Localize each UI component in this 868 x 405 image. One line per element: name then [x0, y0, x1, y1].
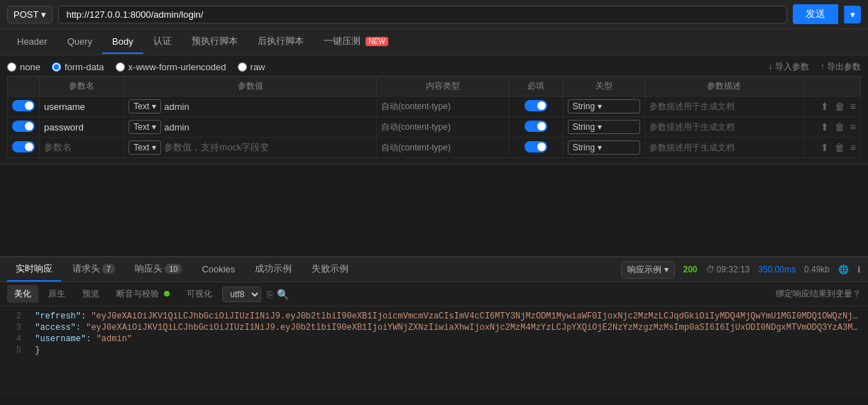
- code-tab-assert[interactable]: 断音与校验: [109, 285, 177, 303]
- code-tab-visualize[interactable]: 可视化: [180, 285, 219, 303]
- tab-fail-example[interactable]: 失败示例: [303, 257, 357, 282]
- content-type-3: 自动(content-type): [381, 143, 451, 152]
- radio-form-data[interactable]: form-data: [52, 62, 104, 72]
- json-content: 2 "refresh": "eyJ0eXAiOiJKV1QiLCJhbGciOi…: [0, 306, 868, 399]
- json-line-4: 4 "username": "admin": [7, 333, 861, 345]
- tab-request-headers[interactable]: 请求头7: [64, 257, 123, 282]
- drag-icon-3[interactable]: ≡: [850, 142, 856, 153]
- send-button[interactable]: 发送: [793, 4, 838, 24]
- desc-2: 参数描述用于生成文档: [649, 122, 735, 132]
- col-required: 必填: [509, 77, 563, 96]
- copy-icon-2[interactable]: ⬆: [820, 121, 829, 133]
- desc-3: 参数描述用于生成文档: [649, 143, 735, 152]
- delete-icon-2[interactable]: 🗑: [835, 121, 845, 133]
- tab-success-example[interactable]: 成功示例: [246, 257, 300, 282]
- param-value-2: admin: [164, 122, 189, 133]
- param-value-3: 参数值，支持mock字段变: [164, 141, 269, 154]
- tab-response-headers[interactable]: 响应头10: [126, 257, 190, 282]
- required-toggle-1[interactable]: [524, 100, 547, 111]
- send-dropdown-button[interactable]: ▾: [844, 6, 861, 23]
- col-content-type: 内容类型: [376, 77, 509, 96]
- param-type-badge-3[interactable]: Text ▾: [128, 140, 161, 155]
- tab-header[interactable]: Header: [7, 30, 57, 54]
- copy-icon-1[interactable]: ⬆: [820, 101, 829, 112]
- main-tabs: Header Query Body 认证 预执行脚本 后执行脚本 一键压测 NE…: [0, 29, 868, 55]
- drag-icon-2[interactable]: ≡: [850, 121, 856, 133]
- type-select-1[interactable]: String ▾: [568, 99, 640, 113]
- url-input[interactable]: [58, 6, 787, 23]
- tab-realtime[interactable]: 实时响应: [7, 257, 61, 282]
- encoding-select[interactable]: utf8: [222, 287, 261, 302]
- row-toggle-3[interactable]: [12, 141, 35, 152]
- bind-response-button[interactable]: 绑定响应结果到变量？: [776, 288, 861, 300]
- globe-icon[interactable]: 🌐: [838, 265, 849, 274]
- info-icon[interactable]: ℹ: [857, 265, 861, 274]
- drag-icon-1[interactable]: ≡: [850, 101, 856, 112]
- status-info: 响应示例 ▾ 200 ⏱ 09:32:13 350.00ms 0.49kb 🌐 …: [621, 261, 861, 279]
- row-toggle-1[interactable]: [12, 100, 35, 111]
- table-row: password Text ▾ admin 自动(content-type) S…: [8, 117, 861, 138]
- row-actions-3: ⬆ 🗑 ≡: [808, 142, 856, 153]
- tab-body[interactable]: Body: [102, 30, 143, 54]
- param-type-badge-1[interactable]: Text ▾: [128, 99, 161, 113]
- response-example-dropdown[interactable]: 响应示例 ▾: [621, 261, 675, 279]
- response-duration: 350.00ms: [758, 265, 796, 274]
- delete-icon-3[interactable]: 🗑: [835, 142, 845, 153]
- param-type-badge-2[interactable]: Text ▾: [128, 120, 161, 134]
- params-table: 参数名 参数值 内容类型 必填 关型 参数描述 username: [7, 76, 861, 158]
- tab-pre-script[interactable]: 预执行脚本: [182, 29, 248, 55]
- code-tab-raw[interactable]: 原生: [41, 285, 72, 303]
- content-type-2: 自动(content-type): [381, 122, 451, 132]
- col-param-name: 参数名: [40, 77, 124, 96]
- code-actions: ⎘ 🔍: [267, 289, 289, 300]
- bottom-panel: 实时响应 请求头7 响应头10 Cookies 成功示例 失败示例 响应示例 ▾…: [0, 256, 868, 405]
- param-value-1: admin: [164, 101, 189, 112]
- copy-icon-3[interactable]: ⬆: [820, 142, 829, 153]
- method-select[interactable]: POST ▾: [7, 6, 53, 23]
- response-headers-count: 10: [165, 264, 182, 274]
- type-select-3[interactable]: String ▾: [568, 140, 640, 155]
- json-line-3: 3 "access": "eyJ0eXAiOiJKV1QiLCJhbGciOiJ…: [7, 322, 861, 333]
- response-clock: ⏱ 09:32:13: [706, 265, 750, 274]
- import-export: ↓ 导入参数 ↑ 导出参数: [768, 61, 861, 73]
- url-bar: POST ▾ 发送 ▾: [0, 0, 868, 29]
- row-toggle-2[interactable]: [12, 121, 35, 132]
- status-code: 200: [683, 265, 698, 274]
- radio-raw[interactable]: raw: [238, 62, 265, 72]
- type-select-2[interactable]: String ▾: [568, 120, 640, 134]
- row-actions-1: ⬆ 🗑 ≡: [808, 101, 856, 112]
- row-actions-2: ⬆ 🗑 ≡: [808, 121, 856, 133]
- code-tab-preview[interactable]: 预览: [75, 285, 106, 303]
- col-type: 关型: [563, 77, 644, 96]
- tab-query[interactable]: Query: [57, 30, 102, 54]
- tab-auth[interactable]: 认证: [143, 29, 182, 55]
- new-badge: NEW: [366, 37, 388, 46]
- code-tab-beautify[interactable]: 美化: [7, 285, 38, 303]
- tab-cookies[interactable]: Cookies: [193, 259, 243, 281]
- json-line-2: 2 "refresh": "eyJ0eXAiOiJKV1QiLCJhbGciOi…: [7, 311, 861, 322]
- method-chevron-icon: ▾: [41, 9, 46, 20]
- search-code-icon[interactable]: 🔍: [277, 289, 289, 300]
- table-row: 参数名 Text ▾ 参数值，支持mock字段变 自动(content-type…: [8, 138, 861, 158]
- body-section: none form-data x-www-form-urlencoded raw…: [0, 55, 868, 165]
- param-name-3: 参数名: [44, 142, 72, 152]
- param-name-1: username: [44, 101, 85, 112]
- table-row: username Text ▾ admin 自动(content-type) S…: [8, 96, 861, 117]
- tab-post-script[interactable]: 后执行脚本: [248, 29, 314, 55]
- delete-icon-1[interactable]: 🗑: [835, 101, 845, 112]
- import-params-button[interactable]: ↓ 导入参数: [768, 61, 808, 73]
- required-toggle-2[interactable]: [524, 121, 547, 132]
- required-toggle-3[interactable]: [524, 141, 547, 152]
- code-tabs: 美化 原生 预览 断音与校验 可视化 utf8 ⎘ 🔍 绑定响应结果到变量？: [0, 282, 868, 306]
- method-label: POST: [13, 9, 38, 20]
- tab-one-click[interactable]: 一键压测 NEW: [314, 29, 398, 55]
- radio-none[interactable]: none: [7, 62, 40, 72]
- desc-1: 参数描述用于生成文档: [649, 101, 735, 111]
- assert-dot: [164, 291, 170, 296]
- export-params-button[interactable]: ↑ 导出参数: [820, 61, 861, 73]
- radio-url-encoded[interactable]: x-www-form-urlencoded: [116, 62, 226, 72]
- copy-code-icon[interactable]: ⎘: [267, 289, 273, 300]
- json-line-5: 5 }: [7, 345, 861, 356]
- content-type-1: 自动(content-type): [381, 101, 451, 111]
- bottom-tabs: 实时响应 请求头7 响应头10 Cookies 成功示例 失败示例 响应示例 ▾…: [0, 257, 868, 282]
